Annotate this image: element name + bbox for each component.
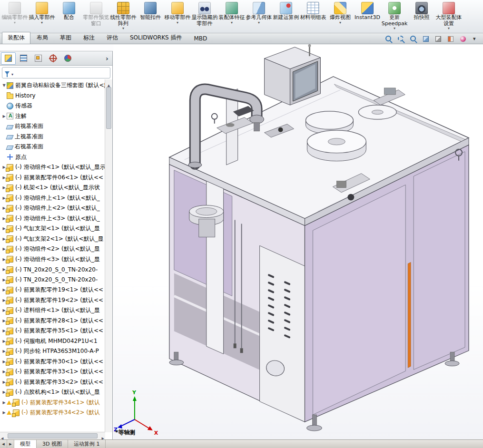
document-tabs: 模型 3D 视图 运动算例 1 <box>14 440 106 448</box>
tree-item[interactable]: (-) 伺服电机 MHMD042P1U<1 <box>0 336 105 347</box>
tree-item[interactable]: 箭翼自动粘贴设备三维套图 (默认<默认_显 <box>0 80 105 91</box>
tree-item[interactable]: 前视基准面 <box>0 121 105 132</box>
panel-tab[interactable] <box>1 52 16 65</box>
tree-item[interactable]: 原点 <box>0 152 105 163</box>
view-tool-icon[interactable] <box>447 35 454 43</box>
panel-tab[interactable] <box>46 53 60 64</box>
ribbon-button[interactable]: 编辑零部件 <box>1 1 28 25</box>
view-tool-icon[interactable] <box>385 35 393 43</box>
annotations-icon <box>7 113 13 119</box>
tree-item[interactable]: (-) 箭翼装配零件34<1> (默认 <box>0 398 105 408</box>
tree-item-label: (-) 同步轮 HTPA36S3M100-A-P <box>15 347 99 355</box>
tree-item[interactable]: (-) 滑动组件上<1> (默认<默认_ <box>0 193 105 204</box>
tree-item[interactable]: (-) 箭翼装配零件33<2> (默认<< <box>0 377 105 388</box>
ribbon-button[interactable]: 装配体特征 <box>218 1 245 25</box>
view-tool-icon[interactable] <box>397 35 405 43</box>
tree-item[interactable]: (-) 箭翼装配零件19<1> (默认<< <box>0 285 105 295</box>
tree-item[interactable]: (-) 箭翼装配零件06<1> (默认<< <box>0 173 105 183</box>
tree-item[interactable]: (-) 滑动组件<2> (默认<默认_显 <box>0 244 105 254</box>
ribbon-button[interactable]: 爆炸视图 <box>327 1 354 25</box>
horizontal-scroll-thumb[interactable] <box>8 433 98 438</box>
component-icon <box>7 369 13 375</box>
tree-item[interactable]: (-) TN_20x20_S_0_TN-20x20- <box>0 264 105 275</box>
command-tab[interactable]: 评估 <box>101 32 124 44</box>
tree-item-label: (-) 进料组件<1> (默认<默认_显 <box>15 306 100 314</box>
tree-item[interactable]: (-) 进料组件<1> (默认<默认_显 <box>0 305 105 316</box>
ribbon-button[interactable]: 零部件预览窗口 <box>83 1 109 28</box>
scroll-up-icon[interactable] <box>105 79 112 86</box>
tree-item[interactable]: (-) 箭翼装配零件19<2> (默认<< <box>0 295 105 306</box>
tree-item[interactable]: (-) 滑动组件上<2> (默认<默认_ <box>0 203 105 214</box>
tree-item[interactable]: (-) 机架<1> (默认<默认_显示状 <box>0 183 105 193</box>
command-tab[interactable]: 草图 <box>54 32 77 44</box>
tree-horizontal-scrollbar[interactable] <box>0 432 105 439</box>
command-tab[interactable]: MBD <box>188 33 213 44</box>
tree-item[interactable]: (-) TN_20x20_S_0_TN-20x20- <box>0 275 105 285</box>
exploded-view-icon <box>334 2 346 14</box>
tree-item[interactable]: (-) 箭翼装配零件30<1> (默认<< <box>0 357 105 367</box>
ribbon-button[interactable]: 显示隐藏的零部件 <box>191 1 218 28</box>
tree-item[interactable]: (-) 箭翼装配零件34<2> (默认 <box>0 408 105 418</box>
tree-item[interactable]: History <box>0 91 105 101</box>
view-tool-icon[interactable] <box>434 35 442 43</box>
tree-item[interactable]: 上视基准面 <box>0 132 105 142</box>
view-tool-icon[interactable] <box>410 35 417 43</box>
command-tab[interactable]: 标注 <box>78 32 100 44</box>
ribbon-button[interactable]: 线性零部件阵列 <box>110 1 137 31</box>
ribbon-button[interactable]: 大型装配体设置 <box>435 1 462 31</box>
ribbon-button[interactable]: 材料明细表 <box>300 1 326 22</box>
filter-caret-icon[interactable] <box>11 68 13 78</box>
tree-item[interactable]: (-) 滑动组件<3> (默认<默认_显 <box>0 254 105 265</box>
document-tab[interactable]: 运动算例 1 <box>68 440 106 448</box>
tree-item[interactable]: (-) 滑动组件<1> (默认<默认_显示 <box>0 162 105 173</box>
command-tab[interactable]: SOLIDWORKS 插件 <box>124 32 187 44</box>
panel-tab[interactable] <box>31 53 45 64</box>
tree-item[interactable]: (-) 同步轮 HTPA36S3M100-A-P <box>0 346 105 357</box>
panel-tab[interactable] <box>17 53 30 64</box>
view-tool-icon[interactable] <box>422 35 430 43</box>
component-icon <box>7 358 13 365</box>
ribbon-button[interactable]: 更新Speedpak <box>381 1 408 31</box>
ribbon-button[interactable]: 参考几何体 <box>246 1 272 25</box>
tab-scroll-right-icon[interactable] <box>7 440 14 448</box>
tree-item-label: (-) TN_20x20_S_0_TN-20x20- <box>15 266 98 273</box>
scroll-right-icon[interactable] <box>102 432 104 439</box>
tree-item[interactable]: (-) 气缸支架<1> (默认<默认_显 <box>0 224 105 234</box>
ribbon-button[interactable]: 配合 <box>56 1 82 22</box>
tree-item[interactable]: (-) 滑动组件上<3> (默认<默认_ <box>0 214 105 224</box>
ribbon-button[interactable]: 智能扣件 <box>137 1 164 22</box>
tree-item[interactable]: 注解 <box>0 111 105 122</box>
warning-icon <box>7 400 11 405</box>
ribbon-button[interactable]: 插入零部件 <box>29 1 55 25</box>
scroll-left-icon[interactable] <box>1 432 3 439</box>
tree-item[interactable]: (-) 点胶机构<1> (默认<默认_显 <box>0 387 105 398</box>
ribbon-button[interactable]: 新建运算例 <box>273 1 299 22</box>
expand-arrow-icon[interactable] <box>1 114 7 118</box>
command-tab[interactable]: 布局 <box>31 32 54 44</box>
tree-vertical-scrollbar[interactable] <box>105 79 112 432</box>
command-tab[interactable]: 装配体 <box>2 32 30 44</box>
tree-item[interactable]: (-) 箭翼装配零件33<1> (默认<< <box>0 367 105 377</box>
graphics-viewport[interactable]: Y X Z *等轴测 <box>113 44 483 439</box>
ribbon-button[interactable]: 拍快照 <box>408 1 435 22</box>
tab-scroll-left-icon[interactable] <box>0 440 7 448</box>
ribbon-button[interactable]: Instant3D <box>354 1 381 22</box>
expand-arrow-icon[interactable] <box>1 83 7 88</box>
document-tab[interactable]: 3D 视图 <box>37 440 68 448</box>
tree-item[interactable]: 传感器 <box>0 101 105 111</box>
tree-item[interactable]: 右视基准面 <box>0 142 105 152</box>
tree-item[interactable]: (-) 箭翼装配零件35<1> (默认<< <box>0 326 105 336</box>
view-tool-icon[interactable] <box>459 35 467 43</box>
tree-item[interactable]: (-) 箭翼装配零件28<1> (默认<< <box>0 316 105 326</box>
panel-collapse-arrow-icon[interactable] <box>103 55 111 62</box>
expand-arrow-icon[interactable] <box>1 400 7 405</box>
tree-item-label: (-) TN_20x20_S_0_TN-20x20- <box>15 276 98 283</box>
document-tab[interactable]: 模型 <box>14 440 37 448</box>
vertical-scroll-thumb[interactable] <box>106 87 111 129</box>
expand-arrow-icon[interactable] <box>1 410 7 415</box>
ribbon-button[interactable]: 移动零部件 <box>164 1 191 25</box>
tree-item[interactable]: (-) 气缸支架2<1> (默认<默认_显 <box>0 234 105 244</box>
panel-tab[interactable] <box>61 53 75 64</box>
tree-filter-box[interactable] <box>2 67 110 78</box>
view-tool-icon[interactable] <box>472 35 479 43</box>
